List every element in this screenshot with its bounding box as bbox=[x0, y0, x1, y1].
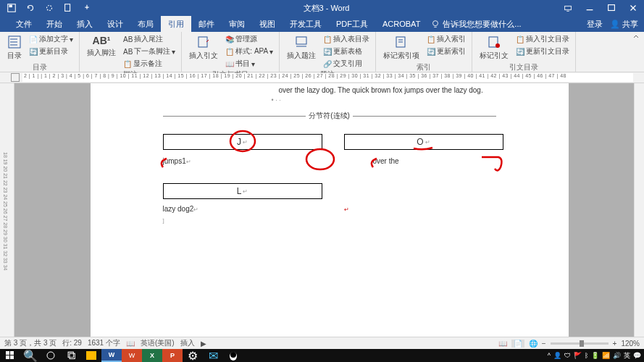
heading-o[interactable]: O↵ bbox=[344, 134, 503, 150]
tab-pdftools[interactable]: PDF工具 bbox=[329, 16, 375, 33]
insert-tof-button[interactable]: 📋插入表目录 bbox=[322, 33, 371, 45]
index-entry-jumps[interactable]: jumps1↵ bbox=[163, 157, 322, 165]
svg-rect-1 bbox=[9, 5, 12, 8]
statusbar: 第 3 页，共 3 页 行: 29 1631 个字 📖 英语(美国) 插入 ▶ … bbox=[0, 337, 644, 349]
collapse-ribbon-icon[interactable] bbox=[628, 32, 644, 72]
status-page[interactable]: 第 3 页，共 3 页 bbox=[4, 338, 57, 348]
taskview-icon[interactable]: ⧉ bbox=[61, 349, 81, 362]
taskbar-qq[interactable] bbox=[223, 349, 243, 362]
vertical-scrollbar[interactable] bbox=[634, 83, 644, 337]
bibliography-button[interactable]: 📖书目 ▾ bbox=[224, 58, 275, 70]
index-entry-lazydog[interactable]: lazy dog2↵ bbox=[163, 205, 322, 213]
tab-review[interactable]: 审阅 bbox=[222, 16, 252, 33]
page-canvas[interactable]: over the lazy dog. The quick brown fox j… bbox=[91, 83, 569, 337]
tray-flag-icon[interactable]: 🚩 bbox=[574, 352, 582, 359]
tray-notif-icon[interactable]: 💬 bbox=[633, 352, 641, 359]
manage-sources-button[interactable]: 📚管理源 bbox=[224, 33, 275, 45]
zoom-level[interactable]: 120% bbox=[621, 340, 640, 348]
style-button[interactable]: 📋样式: APA ▾ bbox=[224, 46, 275, 57]
horizontal-ruler[interactable]: 2 | 1 | | 1 | 2 | 3 | 4 | 5 | 6 | 7 | 8 … bbox=[22, 73, 633, 82]
status-lang[interactable]: 英语(美国) bbox=[141, 338, 175, 348]
tray-wifi-icon[interactable]: 📶 bbox=[602, 352, 610, 359]
touch-icon[interactable] bbox=[78, 1, 96, 15]
tab-file[interactable]: 文件 bbox=[9, 16, 39, 33]
insert-index-button[interactable]: 📋插入索引 bbox=[425, 33, 467, 45]
status-macro-icon[interactable]: ▶ bbox=[201, 340, 206, 348]
tab-selector[interactable] bbox=[11, 73, 20, 82]
taskbar-mail[interactable]: ✉ bbox=[203, 349, 223, 362]
update-toc-button[interactable]: 🔄更新目录 bbox=[28, 46, 75, 57]
status-line[interactable]: 行: 29 bbox=[62, 338, 82, 348]
tab-acrobat[interactable]: ACROBAT bbox=[375, 17, 427, 31]
mark-index-button[interactable]: 标记索引项 bbox=[380, 33, 422, 62]
svg-point-21 bbox=[230, 352, 236, 358]
save-icon[interactable] bbox=[3, 1, 20, 15]
zoom-out-icon[interactable]: − bbox=[542, 340, 546, 348]
view-read-icon[interactable]: 📖 bbox=[498, 340, 507, 348]
zoom-in-icon[interactable]: + bbox=[613, 340, 617, 348]
view-web-icon[interactable]: 🌐 bbox=[529, 340, 538, 348]
vertical-ruler[interactable]: 18 19 20 21 22 23 24 25 26 27 28 29 30 3… bbox=[0, 83, 14, 337]
tell-me[interactable]: 告诉我您想要做什么... bbox=[430, 19, 521, 30]
tab-view[interactable]: 视图 bbox=[252, 16, 283, 33]
tab-layout[interactable]: 布局 bbox=[130, 16, 161, 33]
insert-caption-button[interactable]: 插入题注 bbox=[284, 33, 319, 70]
new-icon[interactable] bbox=[59, 1, 77, 15]
insert-endnote-button[interactable]: AB插入尾注 bbox=[122, 33, 177, 45]
start-button[interactable] bbox=[0, 349, 20, 362]
taskbar-ppt[interactable]: P bbox=[162, 349, 183, 362]
cortana-icon[interactable] bbox=[41, 349, 61, 362]
show-notes-button[interactable]: 📋显示备注 bbox=[122, 58, 177, 70]
tab-insert[interactable]: 插入 bbox=[70, 16, 100, 33]
heading-l[interactable]: L↵ bbox=[163, 183, 322, 199]
status-mode[interactable]: 插入 bbox=[180, 338, 195, 348]
mark-citation-button[interactable]: 标记引文 bbox=[477, 33, 511, 62]
heading-j[interactable]: J↵ bbox=[163, 134, 322, 150]
minimize-icon[interactable] bbox=[579, 1, 601, 15]
maximize-icon[interactable] bbox=[601, 1, 622, 15]
taskbar-word[interactable]: W bbox=[101, 349, 122, 362]
update-toa-button[interactable]: 🔄更新引文目录 bbox=[514, 46, 571, 57]
cross-ref-button[interactable]: 🔗交叉引用 bbox=[322, 58, 371, 70]
taskbar-explorer[interactable] bbox=[86, 351, 96, 360]
signin-link[interactable]: 登录 bbox=[587, 19, 603, 30]
redo-icon[interactable] bbox=[41, 1, 58, 15]
svg-point-12 bbox=[495, 43, 500, 48]
tray-up-icon[interactable]: ^ bbox=[548, 352, 551, 359]
zoom-slider[interactable] bbox=[551, 342, 609, 345]
system-tray[interactable]: ^ 👤 🛡 🚩 ᛒ 🔋 📶 🔊 英 💬 bbox=[548, 351, 644, 361]
insert-footnote-button[interactable]: AB¹ 插入脚注 bbox=[84, 33, 119, 70]
taskbar-wps[interactable]: W bbox=[122, 349, 142, 362]
insert-toa-button[interactable]: 📋插入引文目录 bbox=[514, 33, 571, 45]
update-table-button[interactable]: 🔄更新表格 bbox=[322, 46, 371, 57]
tray-bt-icon[interactable]: ᛒ bbox=[585, 352, 588, 359]
tab-mail[interactable]: 邮件 bbox=[191, 16, 222, 33]
toa-icon bbox=[487, 35, 501, 49]
tab-design[interactable]: 设计 bbox=[100, 16, 130, 33]
status-spellcheck-icon[interactable]: 📖 bbox=[126, 340, 135, 348]
close-icon[interactable] bbox=[622, 1, 644, 15]
taskbar-excel[interactable]: X bbox=[142, 349, 162, 362]
status-words[interactable]: 1631 个字 bbox=[88, 338, 120, 348]
tab-devtools[interactable]: 开发工具 bbox=[283, 16, 329, 33]
tray-people-icon[interactable]: 👤 bbox=[553, 352, 561, 359]
tray-shield-icon[interactable]: 🛡 bbox=[564, 352, 571, 359]
next-footnote-button[interactable]: AB下一条脚注 ▾ bbox=[122, 46, 177, 57]
insert-citation-button[interactable]: 插入引文 bbox=[186, 33, 221, 70]
tray-volume-icon[interactable]: 🔊 bbox=[613, 352, 621, 359]
tray-battery-icon[interactable]: 🔋 bbox=[591, 352, 599, 359]
ribbon-options-icon[interactable] bbox=[557, 1, 579, 15]
share-link[interactable]: 👤 共享 bbox=[610, 19, 638, 30]
tab-references[interactable]: 引用 bbox=[161, 16, 191, 33]
add-text-button[interactable]: 📄添加文字 ▾ bbox=[28, 33, 75, 45]
tray-ime[interactable]: 英 bbox=[624, 351, 630, 361]
search-button[interactable]: 🔍 bbox=[20, 349, 41, 362]
tab-home[interactable]: 开始 bbox=[39, 16, 70, 33]
view-print-icon[interactable]: 📄 bbox=[511, 340, 524, 348]
taskbar-settings[interactable]: ⚙ bbox=[183, 349, 203, 362]
index-entry-over[interactable]: over the bbox=[373, 157, 503, 165]
update-index-button[interactable]: 🔄更新索引 bbox=[425, 46, 467, 57]
body-text: over the lazy dog. The quick brown fox j… bbox=[279, 86, 483, 94]
undo-icon[interactable] bbox=[22, 1, 39, 15]
toc-button[interactable]: 目录 bbox=[4, 33, 25, 62]
